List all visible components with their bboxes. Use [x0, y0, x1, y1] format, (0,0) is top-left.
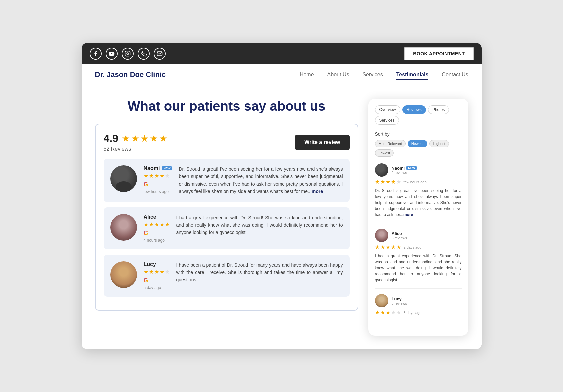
reviewer-name-alice: Alice [144, 214, 156, 220]
youtube-icon[interactable] [106, 48, 118, 60]
email-icon[interactable] [154, 48, 166, 60]
facebook-icon[interactable] [90, 48, 102, 60]
svg-rect-0 [125, 51, 130, 56]
write-review-button[interactable]: Write a review [295, 135, 349, 150]
google-logo-alice: G [144, 230, 148, 237]
mini-reviewer-name-naomi: Naomi NEW [392, 166, 462, 171]
mini-new-badge-naomi: NEW [406, 166, 417, 170]
google-logo-lucy: G [144, 277, 148, 284]
social-icons [90, 48, 166, 60]
reviewer-stars-lucy: ★ ★ ★ ★ ★ [144, 269, 170, 275]
star-1: ★ [122, 133, 130, 144]
naomi-more-link[interactable]: more [312, 189, 323, 194]
reviews-count: 52 Reviews [104, 146, 167, 152]
review-time-naomi: few hours ago [144, 189, 169, 194]
review-text-naomi: Dr. Stroud is great! I've been seeing he… [179, 165, 343, 195]
mini-time-lucy: 3 days ago [404, 311, 422, 315]
nav-services[interactable]: Services [362, 72, 383, 78]
instagram-icon[interactable] [122, 48, 134, 60]
star-5: ★ [159, 133, 167, 144]
left-panel: What our patients say about us 4.9 ★ ★ ★… [95, 99, 358, 336]
sort-newest[interactable]: Newest [408, 140, 427, 147]
tab-reviews[interactable]: Reviews [402, 105, 426, 114]
nav-home[interactable]: Home [300, 72, 314, 78]
tab-overview[interactable]: Overview [375, 105, 400, 114]
mini-reviewer-count-naomi: 2 reviews [392, 171, 462, 175]
navigation: Dr. Jason Doe Clinic Home About Us Servi… [82, 64, 482, 85]
reviewer-info-lucy: Lucy ★ ★ ★ ★ ★ G a day ago [144, 261, 170, 290]
avatar-naomi [110, 165, 137, 192]
sort-highest[interactable]: Highest [429, 140, 449, 147]
star-2: ★ [131, 133, 139, 144]
mini-time-naomi: few hours ago [404, 180, 427, 184]
new-badge-naomi: NEW [162, 166, 172, 170]
nav-links: Home About Us Services Testimonials Cont… [300, 72, 468, 78]
nav-contact[interactable]: Contact Us [442, 72, 468, 78]
mini-reviewer-header-alice: Alice 6 reviews [375, 229, 462, 242]
review-text-alice: I had a great experience with Dr. Stroud… [176, 214, 343, 243]
star-3: ★ [140, 133, 149, 144]
sort-most-relevant[interactable]: Most Relevant [375, 140, 406, 147]
mini-review-lucy: Lucy 8 reviews ★ ★ ★ ★ ★ 3 days ago [375, 294, 462, 324]
site-logo: Dr. Jason Doe Clinic [95, 70, 166, 79]
review-card-alice: Alice ★ ★ ★ ★ ★ G 4 hours ago [104, 207, 350, 249]
mini-reviewer-info-lucy: Lucy 8 reviews [392, 296, 462, 305]
browser-frame: BOOK APPOINTMENT Dr. Jason Doe Clinic Ho… [82, 43, 482, 349]
nav-testimonials[interactable]: Testimonials [396, 72, 429, 78]
mini-reviewer-name-lucy: Lucy [392, 296, 462, 301]
reviewer-stars-alice: ★ ★ ★ ★ ★ [144, 221, 170, 228]
tab-photos[interactable]: Photos [428, 105, 449, 114]
mini-more-naomi[interactable]: more [403, 212, 413, 217]
review-time-lucy: a day ago [144, 285, 161, 290]
mini-review-naomi: Naomi NEW 2 reviews ★ ★ ★ ★ ★ [375, 163, 462, 223]
sort-lowest[interactable]: Lowest [375, 149, 394, 157]
sort-options: Most Relevant Newest Highest Lowest [375, 140, 462, 157]
mini-reviewer-header-naomi: Naomi NEW 2 reviews [375, 163, 462, 177]
mobile-mockup: Overview Reviews Photos Services Sort by… [368, 99, 468, 336]
mini-reviewer-header-lucy: Lucy 8 reviews [375, 294, 462, 307]
review-card-lucy: Lucy ★ ★ ★ ★ ★ G a day ago [104, 255, 350, 297]
nav-about[interactable]: About Us [327, 72, 349, 78]
top-bar: BOOK APPOINTMENT [82, 43, 482, 64]
mini-reviewer-info-alice: Alice 6 reviews [392, 231, 462, 240]
mini-reviewer-count-alice: 6 reviews [392, 236, 462, 240]
mini-review-text-naomi: Dr. Stroud is great! I've been seeing he… [375, 188, 462, 218]
google-logo-naomi: G [144, 181, 148, 188]
reviews-summary: 4.9 ★ ★ ★ ★ ★ 52 Reviews Write a review [104, 132, 350, 152]
page-title: What our patients say about us [95, 99, 358, 114]
mini-stars-alice: ★ ★ ★ ★ ★ 2 days ago [375, 244, 462, 250]
review-card-naomi: Naomi NEW ★ ★ ★ ★ ★ G few [104, 159, 350, 202]
mockup-tabs: Overview Reviews Photos Services [375, 105, 462, 125]
avatar-alice [110, 214, 137, 241]
book-appointment-button[interactable]: BOOK APPOINTMENT [404, 47, 473, 60]
mini-stars-naomi: ★ ★ ★ ★ ★ few hours ago [375, 179, 462, 185]
tab-services[interactable]: Services [375, 116, 399, 125]
mini-reviewer-info-naomi: Naomi NEW 2 reviews [392, 166, 462, 175]
sort-label: Sort by [375, 131, 462, 137]
overall-stars: ★ ★ ★ ★ ★ [122, 133, 167, 144]
mini-avatar-lucy [375, 294, 388, 307]
reviewer-info-alice: Alice ★ ★ ★ ★ ★ G 4 hours ago [144, 214, 170, 243]
review-text-lucy: I have been a patient of Dr. Stroud for … [176, 261, 343, 290]
mini-review-text-alice: I had a great experience with Dr. Stroud… [375, 253, 462, 283]
reviews-container: 4.9 ★ ★ ★ ★ ★ 52 Reviews Write a review [95, 124, 358, 311]
avatar-lucy [110, 261, 137, 288]
mini-avatar-naomi [375, 163, 388, 177]
reviewer-info-naomi: Naomi NEW ★ ★ ★ ★ ★ G few [144, 165, 172, 195]
mini-avatar-alice [375, 229, 388, 242]
review-time-alice: 4 hours ago [144, 238, 165, 243]
mini-reviewer-count-lucy: 8 reviews [392, 301, 462, 305]
score-number: 4.9 [104, 132, 118, 145]
phone-icon[interactable] [138, 48, 150, 60]
mini-time-alice: 2 days ago [404, 245, 422, 249]
rating-score: 4.9 ★ ★ ★ ★ ★ [104, 132, 167, 145]
reviewer-name-lucy: Lucy [144, 261, 156, 267]
star-4: ★ [150, 133, 158, 144]
mini-reviewer-name-alice: Alice [392, 231, 462, 236]
right-panel: Overview Reviews Photos Services Sort by… [368, 99, 468, 336]
reviewer-name-naomi: Naomi [144, 165, 160, 171]
mini-stars-lucy: ★ ★ ★ ★ ★ 3 days ago [375, 309, 462, 316]
main-content: What our patients say about us 4.9 ★ ★ ★… [82, 85, 482, 349]
rating-block: 4.9 ★ ★ ★ ★ ★ 52 Reviews [104, 132, 167, 152]
reviewer-stars-naomi: ★ ★ ★ ★ ★ [144, 173, 170, 179]
